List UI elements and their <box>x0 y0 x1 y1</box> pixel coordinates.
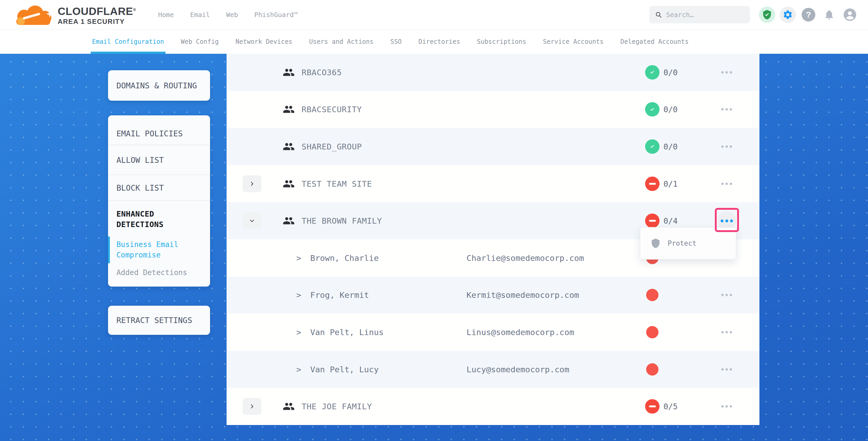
sidebar-item-email-policies[interactable]: EMAIL POLICIES <box>108 122 210 145</box>
group-name: TEST TEAM SITE <box>302 179 372 189</box>
unprotected-dot <box>646 326 658 338</box>
protection-count: 0/0 <box>663 142 678 151</box>
unprotected-dot <box>646 289 658 301</box>
protected-status-icon <box>645 102 659 117</box>
row-menu-button[interactable] <box>721 294 732 296</box>
member-email: Lucy@somedemocorp.com <box>467 365 569 374</box>
table-row[interactable]: RBACO365 0/0 <box>226 54 760 91</box>
brand-title: CLOUDFLARE® <box>58 5 136 17</box>
search-input[interactable] <box>666 11 744 19</box>
protection-status-button[interactable] <box>759 6 775 23</box>
row-menu-button[interactable] <box>721 331 732 333</box>
sidebar-item-domains-routing[interactable]: DOMAINS & ROUTING <box>108 70 210 101</box>
divider <box>108 200 210 201</box>
sidebar-item-allow-list[interactable]: ALLOW LIST <box>108 145 210 175</box>
group-name: RBACSECURITY <box>302 105 362 114</box>
tab-web-config[interactable]: Web Config <box>181 30 219 54</box>
member-name: Van Pelt, Linus <box>310 327 384 337</box>
notifications-button[interactable] <box>821 6 837 23</box>
member-name: Brown, Charlie <box>310 253 379 263</box>
row-menu-button[interactable] <box>721 108 732 111</box>
member-email: Linus@somedemocorp.com <box>467 327 574 337</box>
row-menu-button[interactable] <box>721 183 732 185</box>
search-box[interactable] <box>649 6 750 23</box>
account-button[interactable] <box>842 6 858 23</box>
search-icon <box>655 11 662 19</box>
cloudflare-logo[interactable]: CLOUDFLARE® AREA 1 SECURITY <box>15 3 136 27</box>
sidebar-label: BLOCK LIST <box>117 183 164 192</box>
group-icon <box>283 400 295 412</box>
blocked-status-icon <box>645 214 659 228</box>
group-icon <box>283 215 295 227</box>
sidebar-item-retract-settings[interactable]: RETRACT SETTINGS <box>108 306 210 335</box>
tab-sso[interactable]: SSO <box>390 30 401 54</box>
sidebar-label: ALLOW LIST <box>117 155 164 165</box>
tab-subscriptions[interactable]: Subscriptions <box>477 30 526 54</box>
tab-directories[interactable]: Directories <box>418 30 460 54</box>
collapse-row-button[interactable] <box>243 212 261 229</box>
table-row[interactable]: THE JOE FAMILY 0/5 <box>226 388 760 425</box>
row-menu-button[interactable] <box>721 405 732 408</box>
blocked-status-icon <box>645 399 659 414</box>
shield-check-icon <box>762 9 772 20</box>
primary-nav: Home Email Web PhishGuard™ <box>158 11 298 19</box>
protection-count: 0/1 <box>663 179 678 188</box>
row-menu-button[interactable] <box>721 368 732 371</box>
unprotected-dot <box>646 363 658 375</box>
sidebar-item-block-list[interactable]: BLOCK LIST <box>108 175 210 200</box>
protection-count: 0/5 <box>663 402 678 411</box>
group-icon <box>283 178 295 190</box>
expand-row-button[interactable] <box>243 176 261 192</box>
tab-email-configuration[interactable]: Email Configuration <box>92 30 164 54</box>
help-icon: ? <box>802 8 815 22</box>
table-row[interactable]: > Frog, Kermit Kermit@somedemocorp.com <box>226 277 760 314</box>
row-menu-button[interactable] <box>721 145 732 148</box>
blocked-status-icon <box>645 177 659 191</box>
member-caret[interactable]: > <box>296 327 301 337</box>
table-row[interactable]: RBACSECURITY 0/0 <box>226 91 760 128</box>
tab-service-accounts[interactable]: Service Accounts <box>543 30 604 54</box>
help-button[interactable]: ? <box>800 6 816 23</box>
member-name: Van Pelt, Lucy <box>310 365 379 374</box>
protection-count: 0/4 <box>663 216 678 225</box>
sidebar-sublabel: Added Detections <box>117 268 187 277</box>
member-caret[interactable]: > <box>296 365 301 374</box>
sidebar-item-enhanced-detections[interactable]: ENHANCED DETECTIONS <box>108 209 210 230</box>
group-name: THE JOE FAMILY <box>302 402 372 411</box>
row-menu-button[interactable] <box>721 71 732 73</box>
nav-email[interactable]: Email <box>190 11 210 19</box>
menu-item-protect[interactable]: Protect <box>668 240 696 247</box>
gear-icon <box>782 9 793 20</box>
member-email: Charlie@somedemocorp.com <box>467 253 584 263</box>
shield-icon <box>650 238 661 249</box>
member-caret[interactable]: > <box>296 290 301 300</box>
nav-web[interactable]: Web <box>226 11 238 19</box>
member-caret[interactable]: > <box>296 253 301 263</box>
table-row[interactable]: TEST TEAM SITE 0/1 <box>226 165 760 202</box>
protected-status-icon <box>645 65 659 80</box>
sidebar-label: DOMAINS & ROUTING <box>117 81 197 90</box>
protection-count: 0/0 <box>663 68 678 77</box>
settings-button[interactable] <box>780 6 796 23</box>
registered-mark: ® <box>133 7 136 12</box>
group-icon <box>283 103 295 115</box>
tab-network-devices[interactable]: Network Devices <box>236 30 292 54</box>
table-row[interactable]: > Van Pelt, Lucy Lucy@somedemocorp.com <box>226 351 760 388</box>
table-row[interactable]: > Van Pelt, Linus Linus@somedemocorp.com <box>226 314 760 351</box>
protection-count: 0/0 <box>663 105 678 114</box>
tab-users-and-actions[interactable]: Users and Actions <box>309 30 374 54</box>
nav-home[interactable]: Home <box>158 11 174 19</box>
member-email: Kermit@somedemocorp.com <box>467 290 579 300</box>
group-icon <box>283 66 295 78</box>
sidebar-item-business-email-compromise[interactable]: Business Email Compromise <box>108 240 210 260</box>
sidebar-label: EMAIL POLICIES <box>117 129 183 138</box>
sidebar-item-added-detections[interactable]: Added Detections <box>108 267 210 278</box>
tab-delegated-accounts[interactable]: Delegated Accounts <box>620 30 689 54</box>
sidebar-sublabel: Business Email Compromise <box>117 240 178 259</box>
expand-row-button[interactable] <box>243 398 261 415</box>
chevron-down-icon <box>249 218 255 224</box>
nav-phishguard[interactable]: PhishGuard™ <box>254 11 298 19</box>
table-row[interactable]: SHARED_GROUP 0/0 <box>226 128 760 165</box>
sidebar-email-policies-card: EMAIL POLICIES ALLOW LIST BLOCK LIST ENH… <box>108 115 210 287</box>
groups-table: RBACO365 0/0 RBACSECURITY 0/0 SHARED_GRO… <box>226 54 760 425</box>
